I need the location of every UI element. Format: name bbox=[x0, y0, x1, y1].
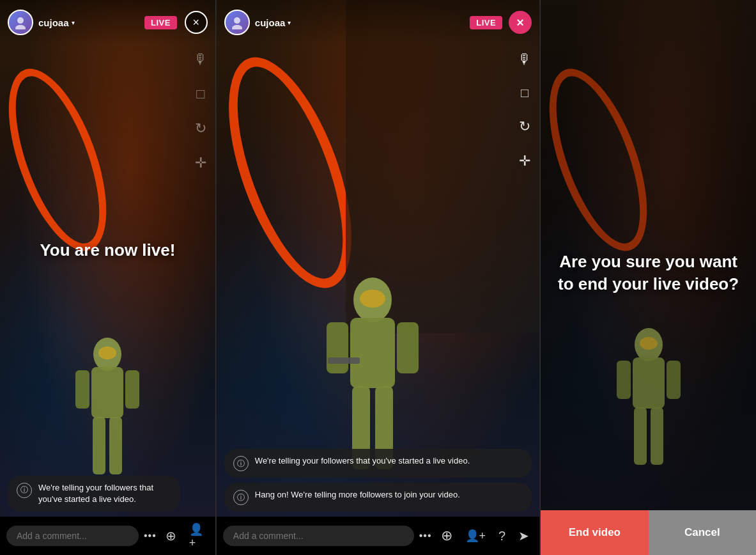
center-mic-icon[interactable]: 🎙 bbox=[518, 51, 532, 68]
svg-point-16 bbox=[360, 290, 385, 308]
svg-rect-15 bbox=[328, 357, 360, 364]
center-username-area: cujoaa ▾ bbox=[255, 17, 291, 28]
left-username-area: cujoaa ▾ bbox=[38, 17, 75, 28]
center-question-icon[interactable]: ? bbox=[495, 526, 509, 546]
svg-rect-1 bbox=[91, 367, 123, 418]
left-notif-text-1: We're telling your followers that you've… bbox=[38, 482, 171, 505]
end-video-button[interactable]: End video bbox=[541, 510, 648, 555]
center-chevron-icon: ▾ bbox=[288, 19, 291, 26]
left-header: cujoaa ▾ LIVE × bbox=[0, 0, 215, 45]
halo-figure-right bbox=[607, 319, 690, 498]
left-avatar bbox=[8, 10, 33, 35]
center-comment-input[interactable] bbox=[223, 526, 414, 546]
left-flip-icon: ↻ bbox=[194, 120, 208, 137]
svg-point-25 bbox=[640, 337, 658, 350]
left-username: cujoaa bbox=[38, 17, 69, 28]
left-chevron-icon: ▾ bbox=[72, 19, 75, 26]
svg-rect-20 bbox=[633, 357, 665, 409]
center-notif-2: ⓘ Hang on! We're telling more followers … bbox=[224, 483, 532, 512]
center-camera-icon[interactable]: □ bbox=[518, 86, 532, 100]
svg-rect-23 bbox=[634, 407, 647, 465]
panel-left: cujoaa ▾ LIVE × 🎙 □ ↻ ✛ You are now live… bbox=[0, 0, 216, 555]
svg-rect-11 bbox=[327, 322, 348, 373]
center-more-icon[interactable]: ••• bbox=[419, 530, 432, 542]
end-buttons-row: End video Cancel bbox=[541, 510, 756, 555]
left-right-controls: 🎙 □ ↻ ✛ bbox=[194, 51, 208, 171]
center-add-person-icon[interactable]: 👤+ bbox=[461, 526, 490, 545]
left-live-badge: LIVE bbox=[144, 16, 177, 29]
left-close-button[interactable]: × bbox=[185, 11, 208, 34]
cancel-button[interactable]: Cancel bbox=[649, 510, 756, 555]
center-username: cujoaa bbox=[255, 17, 286, 28]
left-add-person-icon[interactable]: 👤+ bbox=[185, 520, 207, 552]
left-comment-input[interactable] bbox=[6, 526, 139, 546]
svg-rect-5 bbox=[109, 417, 122, 474]
end-video-question: Are you sure you want to end your live v… bbox=[557, 251, 739, 295]
center-notif-text-2: Hang on! We're telling more followers to… bbox=[255, 489, 460, 501]
svg-rect-4 bbox=[93, 417, 105, 474]
center-close-icon: × bbox=[516, 15, 524, 30]
left-notif-icon-1: ⓘ bbox=[17, 483, 32, 498]
center-live-badge: LIVE bbox=[470, 16, 502, 29]
svg-point-18 bbox=[232, 25, 242, 29]
center-header: cujoaa ▾ LIVE × bbox=[217, 0, 539, 45]
left-add-media-icon[interactable]: ⊕ bbox=[162, 526, 180, 546]
svg-rect-3 bbox=[125, 370, 139, 409]
center-notif-icon-1: ⓘ bbox=[233, 456, 249, 471]
panel-right: Are you sure you want to end your live v… bbox=[540, 0, 756, 555]
svg-rect-12 bbox=[397, 322, 419, 373]
center-right-controls[interactable]: 🎙 □ ↻ ✛ bbox=[518, 51, 532, 169]
center-send-icon[interactable]: ➤ bbox=[514, 526, 533, 546]
svg-point-6 bbox=[98, 347, 116, 359]
svg-rect-2 bbox=[75, 370, 89, 409]
left-notifications: ⓘ We're telling your followers that you'… bbox=[8, 476, 180, 512]
left-close-icon: × bbox=[193, 16, 200, 29]
svg-point-8 bbox=[15, 25, 26, 29]
center-move-icon[interactable]: ✛ bbox=[518, 153, 532, 169]
center-avatar[interactable] bbox=[224, 10, 250, 35]
svg-rect-21 bbox=[617, 361, 631, 399]
svg-rect-24 bbox=[651, 407, 663, 465]
center-close-button[interactable]: × bbox=[509, 11, 532, 34]
panel-center: cujoaa ▾ LIVE × 🎙 □ ↻ ✛ ⓘ We're telling … bbox=[216, 0, 540, 555]
center-notif-1: ⓘ We're telling your followers that you'… bbox=[224, 449, 532, 478]
center-notif-icon-2: ⓘ bbox=[233, 490, 249, 505]
left-center-text: You are now live! bbox=[22, 240, 194, 260]
svg-point-7 bbox=[17, 17, 24, 24]
center-bottom-bar: ••• ⊕ 👤+ ? ➤ bbox=[217, 517, 539, 555]
center-notifications: ⓘ We're telling your followers that you'… bbox=[224, 449, 532, 512]
center-notif-text-1: We're telling your followers that you've… bbox=[255, 455, 470, 467]
svg-rect-10 bbox=[350, 318, 395, 388]
svg-point-17 bbox=[234, 17, 240, 24]
left-camera-icon: □ bbox=[194, 86, 208, 102]
center-flip-icon[interactable]: ↻ bbox=[518, 118, 532, 135]
left-mic-icon: 🎙 bbox=[194, 51, 208, 68]
left-more-icon[interactable]: ••• bbox=[144, 530, 157, 542]
left-move-icon: ✛ bbox=[194, 155, 208, 171]
left-bottom-bar: ••• ⊕ 👤+ ? ➤ bbox=[0, 517, 215, 555]
left-notif-1: ⓘ We're telling your followers that you'… bbox=[8, 476, 180, 512]
center-add-media-icon[interactable]: ⊕ bbox=[437, 525, 456, 547]
svg-rect-22 bbox=[667, 361, 681, 399]
end-confirm-area: End video Cancel bbox=[541, 510, 756, 555]
